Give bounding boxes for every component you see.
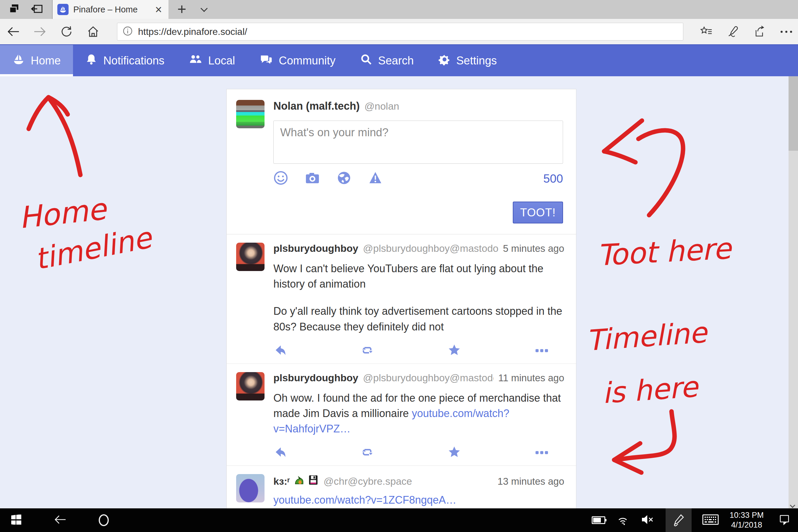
nav-item-settings[interactable]: Settings [426, 45, 509, 76]
post-handle: @plsburydoughboy@mastodon.so… [363, 243, 498, 254]
keyboard-icon[interactable] [702, 514, 719, 527]
globe-icon[interactable] [337, 171, 352, 187]
battery-icon[interactable] [592, 516, 605, 524]
post[interactable]: kз:ʳ @chr@cybre.space 13 minutes ago you… [227, 466, 576, 508]
web-note-icon[interactable] [726, 25, 740, 38]
volume-muted-icon[interactable] [640, 514, 655, 527]
dragon-emoji [293, 474, 305, 488]
post-author-text: kз:ʳ [273, 476, 290, 487]
compose-input[interactable] [273, 120, 563, 164]
info-icon[interactable] [123, 26, 133, 37]
more-icon[interactable] [780, 31, 793, 33]
gear-icon [439, 54, 451, 68]
url-text[interactable]: https://dev.pinafore.social/ [138, 26, 247, 37]
post-paragraph: Wow I can't believe YouTubers are flat o… [273, 261, 564, 292]
avatar[interactable] [236, 372, 265, 400]
post[interactable]: plsburydoughboy @plsburydoughboy@mastodo… [227, 363, 576, 466]
tab-list-chevron-icon[interactable] [201, 5, 208, 12]
avatar[interactable] [236, 100, 265, 128]
post-timestamp[interactable]: 5 minutes ago [503, 243, 564, 254]
screen: Pinafore – Home × + https://dev.pinafore… [0, 0, 798, 532]
post-handle: @plsburydoughboy@mastodon.s… [363, 372, 494, 384]
windows-start-icon[interactable] [11, 515, 21, 526]
timeline-column: Nolan (malf.tech) @nolan [226, 89, 576, 508]
share-icon[interactable] [753, 25, 766, 38]
browser-tab-bar: Pinafore – Home × + [0, 0, 798, 19]
action-center-icon[interactable] [779, 513, 790, 527]
compose-display-name: Nolan (malf.tech) [273, 100, 360, 112]
scrollbar[interactable] [788, 76, 798, 508]
post-author[interactable]: plsburydoughboy [273, 243, 358, 254]
post-paragraph: Do y'all really think toy advertisement … [273, 304, 564, 334]
nav-label: Search [378, 54, 414, 67]
ellipsis-icon[interactable] [534, 343, 549, 358]
restore-tabs-icon[interactable] [31, 3, 44, 16]
nav-label: Local [208, 54, 235, 67]
warning-icon[interactable] [368, 171, 383, 186]
avatar[interactable] [236, 243, 265, 271]
reply-icon[interactable] [273, 445, 288, 460]
favorites-hub-icon[interactable] [700, 26, 713, 38]
reply-icon[interactable] [273, 343, 288, 358]
nav-item-local[interactable]: Local [177, 45, 247, 76]
scroll-down-icon[interactable] [790, 502, 795, 508]
toot-button[interactable]: TOOT! [513, 202, 563, 224]
set-tabs-aside-icon[interactable] [8, 3, 20, 16]
nav-label: Settings [456, 54, 497, 67]
forward-icon[interactable] [26, 26, 53, 38]
cortana-icon[interactable] [99, 514, 109, 526]
chat-icon [260, 54, 273, 68]
post-handle: @chr@cybre.space [324, 476, 412, 487]
nav-item-notifications[interactable]: Notifications [73, 45, 177, 76]
browser-toolbar: https://dev.pinafore.social/ [0, 19, 798, 44]
char-counter: 500 [543, 172, 563, 185]
nav-item-search[interactable]: Search [348, 45, 426, 76]
avatar[interactable] [236, 474, 265, 502]
new-tab-icon[interactable]: + [177, 3, 186, 16]
post-author[interactable]: kз:ʳ [273, 474, 319, 488]
close-icon[interactable]: × [153, 3, 164, 15]
post[interactable]: plsburydoughboy @plsburydoughboy@mastodo… [227, 234, 576, 363]
ellipsis-icon[interactable] [534, 445, 549, 460]
wifi-icon[interactable] [616, 513, 629, 527]
star-icon[interactable] [447, 445, 461, 460]
emoji-icon[interactable] [273, 171, 288, 187]
pinafore-favicon [57, 4, 69, 15]
back-icon[interactable] [0, 26, 26, 38]
search-icon [360, 54, 372, 68]
taskbar: 10:33 PM 4/1/2018 [0, 508, 798, 532]
post-body: Wow I can't believe YouTubers are flat o… [273, 261, 564, 335]
post-timestamp[interactable]: 11 minutes ago [498, 373, 564, 384]
home-icon[interactable] [80, 25, 107, 38]
sailboat-icon [13, 53, 25, 68]
post-timestamp[interactable]: 13 minutes ago [497, 476, 564, 487]
task-back-icon[interactable] [54, 514, 66, 526]
users-icon [189, 54, 202, 68]
compose-handle: @nolan [364, 100, 399, 112]
nav-item-community[interactable]: Community [247, 45, 348, 76]
star-icon[interactable] [447, 343, 461, 358]
address-bar[interactable]: https://dev.pinafore.social/ [117, 23, 683, 40]
post-body: youtube.com/watch?v=1ZCF8ngqeA… [273, 492, 564, 508]
post-link[interactable]: youtube.com/watch?v=1ZCF8ngqeA… [273, 494, 456, 506]
bell-icon [86, 53, 97, 68]
tab-title: Pinafore – Home [73, 5, 149, 15]
timeline-page: Nolan (malf.tech) @nolan [0, 76, 798, 508]
nav-item-home[interactable]: Home [0, 45, 73, 76]
nav-label: Home [31, 54, 61, 67]
post-author[interactable]: plsburydoughboy [273, 372, 358, 384]
boost-icon[interactable] [360, 343, 375, 358]
browser-tab[interactable]: Pinafore – Home × [53, 0, 169, 19]
camera-icon[interactable] [305, 171, 320, 186]
post-body: Oh wow. I found the ad for the one piece… [273, 391, 564, 437]
pinafore-nav: Home Notifications Local Community Searc… [0, 44, 798, 76]
taskbar-clock[interactable]: 10:33 PM 4/1/2018 [729, 510, 764, 530]
floppy-emoji [308, 474, 319, 488]
refresh-icon[interactable] [53, 25, 80, 38]
scrollbar-thumb[interactable] [788, 76, 798, 151]
clock-time: 10:33 PM [729, 510, 764, 520]
clock-date: 4/1/2018 [729, 520, 764, 530]
pen-icon[interactable] [666, 508, 691, 532]
boost-icon[interactable] [360, 445, 375, 460]
compose-box: Nolan (malf.tech) @nolan [227, 89, 576, 234]
